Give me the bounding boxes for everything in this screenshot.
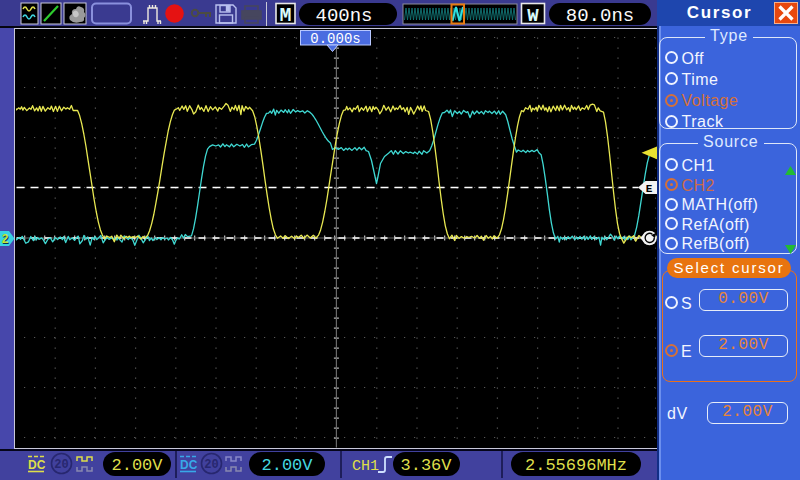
svg-text:W: W (527, 5, 539, 27)
svg-text:2: 2 (1, 233, 8, 247)
svg-text:M: M (279, 4, 291, 27)
svg-text:80.0ns: 80.0ns (566, 5, 634, 27)
svg-text:DC: DC (180, 458, 198, 472)
svg-text:2.00V: 2.00V (111, 456, 163, 475)
svg-text:20: 20 (204, 458, 218, 472)
svg-text:DC: DC (28, 458, 46, 472)
svg-text:400ns: 400ns (315, 5, 372, 27)
svg-text:0.000s: 0.000s (310, 30, 360, 46)
svg-text:20: 20 (54, 458, 68, 472)
svg-text:2.00V: 2.00V (261, 456, 313, 475)
svg-text:CH1: CH1 (352, 458, 379, 475)
svg-text:E: E (645, 183, 652, 195)
svg-text:2.55696MHz: 2.55696MHz (525, 456, 627, 475)
svg-text:3.36V: 3.36V (400, 456, 452, 475)
